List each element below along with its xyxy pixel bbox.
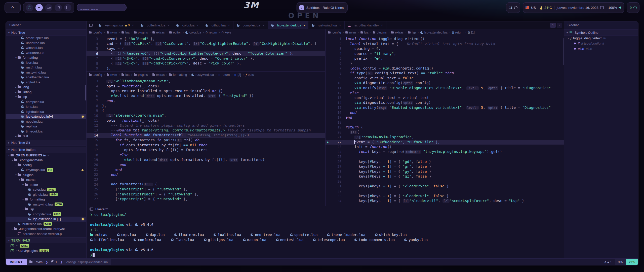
code-line[interactable]: ●22 event = { "BufReadPre", "BufNewFile"… [326, 140, 564, 145]
close-icon[interactable]: × [228, 23, 230, 27]
code-line[interactable]: 19return { [326, 125, 564, 130]
breadcrumb-{} [2][interactable]: {}[2] [234, 73, 241, 77]
code-line[interactable]: 24 add_formatters(tbl: { [87, 182, 325, 187]
breadcrumb-nvim[interactable]: nvim [107, 73, 117, 77]
tree-item-worktree.lua[interactable]: worktree.lua [6, 50, 86, 55]
tree-item-lsp[interactable]: ▾lsp [6, 94, 86, 99]
tab-github.lua[interactable]: github.lua× [202, 21, 233, 29]
tree-item-repl.lua[interactable]: repl.lua [6, 124, 86, 129]
code-line[interactable]: 4 opts = function(_, opts) [87, 84, 325, 89]
tree-item-Juegos/Indies/SteamLibrary/st[interactable]: ▸Juegos/Indies/SteamLibrary/st [6, 226, 86, 231]
breadcrumb-ƒ opts[interactable]: ƒopts [246, 73, 254, 77]
breadcrumb-lsp-extended.lua[interactable]: lsp-extended.lua [420, 31, 448, 34]
tree-item-formatting[interactable]: ▾formatting [6, 55, 86, 60]
editor-scrollbar[interactable] [563, 38, 564, 65]
tree-item-rustywind.lua[interactable]: rustywind.lua [6, 70, 86, 75]
tabpage-2[interactable]: 2 [557, 23, 562, 28]
breadcrumb-editor[interactable]: editor [169, 31, 181, 34]
code-line[interactable]: 29 keys[#keys + 1] = { "gI", false } [326, 174, 564, 179]
tree-item-compiler.lua[interactable]: compiler.lua#682 [6, 212, 86, 217]
breadcrumb-{} return[interactable]: {}return [452, 31, 463, 34]
code-line[interactable]: 10 [1]"stevearc/conform.nvim", [87, 113, 325, 118]
tree-item-bufferline.lua[interactable]: bufferline.lua#328 [6, 222, 86, 227]
code-line[interactable]: 3 event = { "BufRead" }, [87, 37, 325, 42]
tree-item-config[interactable]: ▾config [6, 163, 86, 168]
code-line[interactable]: 26 ["javascriptreact"] = { "rustywind" }… [87, 192, 325, 197]
code-line[interactable]: 23 [87, 177, 325, 182]
close-icon[interactable]: × [132, 23, 134, 27]
volume-widget[interactable]: 100% [608, 6, 622, 10]
code-line[interactable]: 21 [1]"neovim/nvim-lspconfig", [326, 135, 564, 140]
outline-toggle_diag_virtext[interactable]: ▾toggle_diag_virtextfu [564, 36, 638, 41]
code-line[interactable]: 5 keys = { [87, 46, 325, 51]
code-line[interactable]: 6 } [326, 61, 564, 66]
code-line[interactable]: 6 vim.list_extend(dst: opts.ensure_insta… [87, 94, 325, 99]
breadcrumb-.config[interactable]: .config [89, 31, 102, 34]
breadcrumb-lua[interactable]: lua [122, 73, 130, 77]
tree-item-neodim.lua[interactable]: neodim.lua [6, 119, 86, 124]
code-line[interactable]: 11 opts = function(_, opts) [87, 118, 325, 123]
file-button[interactable] [64, 4, 71, 11]
code-line[interactable]: 30 [326, 179, 564, 184]
breadcrumb-color.lua[interactable]: color.lua [185, 31, 201, 34]
breadcrumb-extras[interactable]: extras [152, 73, 165, 77]
code-line[interactable]: 10 vim.diagnostic.config(opts: config) [326, 81, 564, 86]
breadcrumb-nvim[interactable]: nvim [107, 31, 117, 34]
breadcrumb-{} keys[interactable]: {}keys [222, 31, 231, 34]
tree-item-lsp[interactable]: ▾lsp [6, 207, 86, 212]
tab-lsp-extended.lua[interactable]: lsp-extended.lua● [268, 21, 308, 29]
code-line[interactable]: 14 local function add_formatters(tbl :ta… [87, 133, 325, 138]
tab-keymaps.lua[interactable]: keymaps.lua3× [95, 21, 137, 29]
code-line[interactable]: 6 { [1]"<leader>uC", [2]"<cmd>CccHighlig… [87, 51, 325, 56]
clock-widget[interactable]: 9 [627, 2, 639, 13]
tab-color.lua[interactable]: color.lua× [173, 21, 202, 29]
code-line[interactable]: 4 source = "if_many", [326, 51, 564, 56]
breadcrumb-extras[interactable]: extras [152, 31, 165, 34]
code-line[interactable]: 9 }, [87, 66, 325, 71]
code-line[interactable]: 14 vim.diagnostic.config(opts: config) [326, 100, 564, 106]
code-line[interactable]: 20 end [87, 162, 325, 167]
tab-rustywind.lua[interactable]: rustywind.lua× [308, 21, 344, 29]
breadcrumb-{} [1][interactable]: {}[1] [468, 31, 475, 34]
code-line[interactable]: 15 for ft, formatters in pairs(t: tbl) d… [87, 138, 325, 143]
tree-item-rustfmt.lua[interactable]: rustfmt.lua [6, 65, 86, 70]
tree-item-smart-splits.lua[interactable]: smart-splits.lua [6, 36, 86, 41]
section-neo-tree-git[interactable]: ▸ Neo-Tree Git [6, 140, 86, 146]
code-line[interactable]: 5 prefix = "●", [326, 56, 564, 61]
code-line[interactable]: 4 cmd = { [1]"CccPick", [2]"CccConvert",… [87, 42, 325, 47]
breadcrumb-.config[interactable]: .config [89, 73, 102, 77]
code-line[interactable]: 12 --- Extend the conform plugin config … [87, 123, 325, 128]
tree-item-lang[interactable]: ▸lang [6, 85, 86, 90]
tree-item-shellharden.lua[interactable]: shellharden.lua [6, 75, 86, 80]
tree-item-github.lua[interactable]: github.lua#654 [6, 192, 86, 197]
statusline-module-22:5[interactable]: 22:5 [626, 259, 638, 265]
breadcrumb-extras[interactable]: extras [391, 31, 404, 34]
code-line[interactable]: 33 keys[#keys + 1] = { "<leader>cl", fal… [326, 194, 564, 199]
close-icon[interactable]: × [339, 23, 341, 27]
tree-item-winshift.lua[interactable]: winshift.lua [6, 45, 86, 50]
code-line[interactable]: 18 [326, 120, 564, 125]
code-line[interactable]: 25 ["javascript"] = { "rustywind" }, [87, 187, 325, 192]
code-line[interactable]: 34 keys[#keys + 1] = { [1]"<leader>cil",… [326, 199, 564, 204]
floaterm-panel[interactable]: Floaterm ❯ cd lua/plugins/nvim/lua/plugi… [87, 206, 564, 258]
tab-scrollbar-handle-[interactable]: scrollbar-handle-× [345, 21, 386, 29]
tree-item-lsp-extended.lu [+][interactable]: lsp-extended.lu [+] [6, 217, 86, 222]
tree-item-rustywind.lua[interactable]: rustywind.lua#726 [6, 202, 86, 207]
code-line[interactable]: 18 else [87, 153, 325, 158]
code-line[interactable]: 17 opts.formatters_by_ft[ft] = formatter… [87, 148, 325, 153]
section-terminals[interactable]: ▾ TERMINALS [6, 237, 86, 243]
temperature-widget[interactable]: 24°C [541, 6, 552, 10]
close-icon[interactable]: × [381, 23, 383, 27]
breadcrumb-rustywind.lua[interactable]: rustywind.lua [191, 73, 214, 77]
section-neo-tree-buffers[interactable]: ▾ Neo-Tree Buffers [6, 147, 86, 153]
tree-item-editor[interactable]: ▾editor [6, 182, 86, 187]
code-line[interactable]: 3 spacing = 4, [326, 46, 564, 51]
code-line[interactable]: 32 [326, 189, 564, 194]
tree-item-keymaps.lua[interactable]: keymaps.lua#10 [6, 167, 86, 173]
code-line[interactable]: 17end [326, 115, 564, 120]
cwd-segment[interactable]: nvim ❯ 1 ❯ .config/_/lsp/lsp-extended.lu… [27, 259, 111, 265]
statusline-module-a ● 1[interactable]: a ● 1 [601, 259, 615, 265]
breadcrumb-{} return[interactable]: {}return [218, 73, 230, 77]
tree-item-isort.lua[interactable]: isort.lua [6, 60, 86, 65]
section-neo-tree[interactable]: ▾ Neo-Tree [6, 29, 86, 36]
